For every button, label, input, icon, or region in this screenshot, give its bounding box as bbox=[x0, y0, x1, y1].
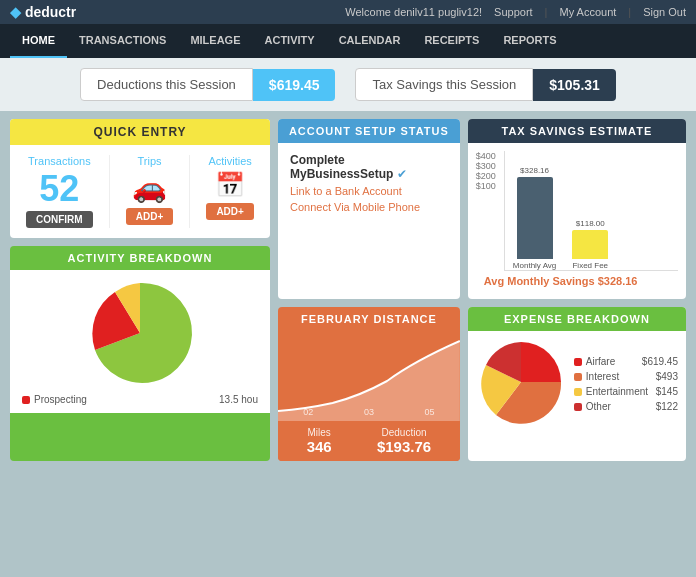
prospecting-dot bbox=[22, 396, 30, 404]
connect-mobile-link[interactable]: Connect Via Mobile Phone bbox=[290, 201, 448, 213]
bar-fixed-fee: $118.00 Fixed Fee bbox=[572, 219, 608, 270]
sign-out-link[interactable]: Sign Out bbox=[643, 6, 686, 18]
interest-label: Interest bbox=[586, 371, 619, 382]
activity-breakdown-header: ACTIVITY BREAKDOWN bbox=[10, 246, 270, 270]
fixed-fee-bar bbox=[572, 230, 608, 259]
feb-distance-header: FEBRUARY DISTANCE bbox=[278, 307, 460, 331]
feb-miles-stat: Miles 346 bbox=[307, 427, 332, 455]
support-link[interactable]: Support bbox=[494, 6, 533, 18]
airfare-label-row: Airfare bbox=[574, 356, 615, 367]
expense-breakdown-header: EXPENSE BREAKDOWN bbox=[468, 307, 686, 331]
top-bar: ◆ deductr Welcome denilv11 pugliv12! Sup… bbox=[0, 0, 696, 24]
activity-pie-chart bbox=[85, 278, 195, 388]
divider2 bbox=[189, 155, 190, 228]
calendar-icon: 📅 bbox=[215, 171, 245, 199]
legend-interest: Interest $493 bbox=[574, 371, 678, 382]
airfare-dot bbox=[574, 358, 582, 366]
y-axis: $400 $300 $200 $100 bbox=[476, 151, 500, 191]
deduction-value: $193.76 bbox=[377, 438, 431, 455]
other-label-row: Other bbox=[574, 401, 611, 412]
account-setup-header: ACCOUNT SETUP STATUS bbox=[278, 119, 460, 143]
entertainment-label-row: Entertainment bbox=[574, 386, 648, 397]
avg-monthly-savings: Avg Monthly Savings $328.16 bbox=[476, 271, 678, 291]
qe-transactions: Transactions 52 CONFIRM bbox=[26, 155, 93, 228]
legend-other: Other $122 bbox=[574, 401, 678, 412]
tax-savings-widget: TAX SAVINGS ESTIMATE $400 $300 $200 $100 bbox=[468, 119, 686, 299]
bar1-label: Monthly Avg bbox=[513, 261, 556, 270]
airfare-value: $619.45 bbox=[642, 356, 678, 367]
nav-reports[interactable]: REPORTS bbox=[491, 24, 568, 58]
monthly-avg-bar bbox=[517, 177, 553, 259]
nav-home[interactable]: HOME bbox=[10, 24, 67, 58]
prospecting-value: 13.5 hou bbox=[219, 394, 258, 405]
other-dot bbox=[574, 403, 582, 411]
entertainment-value: $145 bbox=[656, 386, 678, 397]
transactions-label: Transactions bbox=[28, 155, 91, 167]
feb-distance-footer: Miles 346 Deduction $193.76 bbox=[278, 421, 460, 461]
deductions-label: Deductions this Session bbox=[80, 68, 253, 101]
divider1 bbox=[109, 155, 110, 228]
deduction-label: Deduction bbox=[382, 427, 427, 438]
legend-airfare: Airfare $619.45 bbox=[574, 356, 678, 367]
expense-breakdown-widget: EXPENSE BREAKDOWN bbox=[468, 307, 686, 461]
bottom-right-row: FEBRUARY DISTANCE 02 03 05 bbox=[278, 307, 686, 461]
feb-distance-widget: FEBRUARY DISTANCE 02 03 05 bbox=[278, 307, 460, 461]
logo-text: deductr bbox=[25, 4, 76, 20]
other-label: Other bbox=[586, 401, 611, 412]
prospecting-label: Prospecting bbox=[34, 394, 87, 405]
bar-chart-area: $400 $300 $200 $100 $328.16 Monthly Avg bbox=[476, 151, 678, 271]
logo: ◆ deductr bbox=[10, 4, 76, 20]
nav-mileage[interactable]: MILEAGE bbox=[178, 24, 252, 58]
nav: HOME TRANSACTIONS MILEAGE ACTIVITY CALEN… bbox=[0, 24, 696, 58]
legend-entertainment: Entertainment $145 bbox=[574, 386, 678, 397]
tax-savings-header: TAX SAVINGS ESTIMATE bbox=[468, 119, 686, 143]
activity-legend: Prospecting 13.5 hou bbox=[18, 394, 262, 405]
tax-savings-label: Tax Savings this Session bbox=[355, 68, 533, 101]
feb-chart-area: 02 03 05 bbox=[278, 331, 460, 421]
deductions-session: Deductions this Session $619.45 bbox=[80, 68, 335, 101]
feb-x-labels: 02 03 05 bbox=[278, 407, 460, 417]
tax-savings-body: $400 $300 $200 $100 $328.16 Monthly Avg bbox=[468, 143, 686, 299]
quick-entry-widget: QUICK ENTRY Transactions 52 CONFIRM Trip… bbox=[10, 119, 270, 238]
bar2-label: Fixed Fee bbox=[572, 261, 608, 270]
right-area: ACCOUNT SETUP STATUS Complete MyBusiness… bbox=[278, 119, 686, 461]
confirm-button[interactable]: CONFIRM bbox=[26, 211, 93, 228]
session-bar: Deductions this Session $619.45 Tax Savi… bbox=[0, 58, 696, 111]
entertainment-label: Entertainment bbox=[586, 386, 648, 397]
main-content: QUICK ENTRY Transactions 52 CONFIRM Trip… bbox=[0, 111, 696, 469]
avg-value: $328.16 bbox=[598, 275, 638, 287]
bars-container: $328.16 Monthly Avg $118.00 Fixed Fee bbox=[504, 151, 678, 271]
car-icon: 🚗 bbox=[132, 171, 167, 204]
expense-legend: Airfare $619.45 Interest $493 bbox=[574, 337, 678, 431]
quick-entry-body: Transactions 52 CONFIRM Trips 🚗 ADD+ Act… bbox=[10, 145, 270, 238]
legend-prospecting: Prospecting bbox=[22, 394, 87, 405]
interest-label-row: Interest bbox=[574, 371, 619, 382]
qe-activities: Activities 📅 ADD+ bbox=[206, 155, 254, 228]
left-column: QUICK ENTRY Transactions 52 CONFIRM Trip… bbox=[10, 119, 270, 461]
business-setup-row: MyBusinessSetup ✔ bbox=[290, 167, 448, 181]
top-right-row: ACCOUNT SETUP STATUS Complete MyBusiness… bbox=[278, 119, 686, 299]
bar1-value: $328.16 bbox=[520, 166, 549, 175]
nav-calendar[interactable]: CALENDAR bbox=[327, 24, 413, 58]
quick-entry-header: QUICK ENTRY bbox=[10, 119, 270, 145]
bar-monthly-avg: $328.16 Monthly Avg bbox=[513, 166, 556, 270]
nav-transactions[interactable]: TRANSACTIONS bbox=[67, 24, 178, 58]
qe-trips: Trips 🚗 ADD+ bbox=[126, 155, 174, 228]
expense-pie-svg bbox=[476, 337, 566, 427]
tax-savings-value: $105.31 bbox=[533, 69, 616, 101]
activities-label: Activities bbox=[208, 155, 251, 167]
miles-label: Miles bbox=[307, 427, 330, 438]
nav-activity[interactable]: ACTIVITY bbox=[253, 24, 327, 58]
welcome-text: Welcome denilv11 pugliv12! bbox=[345, 6, 482, 18]
activities-add-button[interactable]: ADD+ bbox=[206, 203, 254, 220]
expense-pie-chart bbox=[476, 337, 566, 431]
nav-receipts[interactable]: RECEIPTS bbox=[412, 24, 491, 58]
my-account-link[interactable]: My Account bbox=[559, 6, 616, 18]
trips-add-button[interactable]: ADD+ bbox=[126, 208, 174, 225]
link-bank-account[interactable]: Link to a Bank Account bbox=[290, 185, 448, 197]
account-setup-widget: ACCOUNT SETUP STATUS Complete MyBusiness… bbox=[278, 119, 460, 299]
other-value: $122 bbox=[656, 401, 678, 412]
entertainment-dot bbox=[574, 388, 582, 396]
account-setup-body: Complete MyBusinessSetup ✔ Link to a Ban… bbox=[278, 143, 460, 223]
tax-savings-session: Tax Savings this Session $105.31 bbox=[355, 68, 615, 101]
